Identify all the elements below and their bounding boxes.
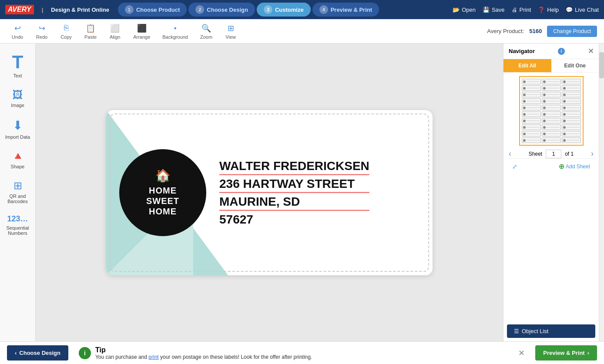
image-icon: 🖼 (13, 89, 23, 101)
sheet-prev-button[interactable]: ‹ (509, 149, 511, 158)
main-layout: T Text 🖼 Image ⬇ Import Data 🔺 Shape ⊞ Q… (0, 43, 604, 341)
label-address[interactable]: WALTER FREDERICKSEN 236 HARTWAY STREET M… (219, 157, 369, 228)
navigator-title: Navigator (509, 48, 535, 54)
preview-row (522, 131, 581, 137)
zoom-button[interactable]: 🔍 Zoom (196, 21, 217, 41)
choose-design-button[interactable]: ‹ Choose Design (7, 345, 68, 361)
bottom-bar: ‹ Choose Design i Tip You can purchase a… (0, 341, 604, 364)
right-panel-container: Navigator i ✕ Edit All Edit One (503, 43, 604, 341)
edit-one-tab[interactable]: Edit One (551, 59, 599, 72)
sequential-icon: 123… (7, 214, 28, 224)
sidebar-item-qr[interactable]: ⊞ QR and Barcodes (0, 175, 35, 208)
add-sheet-plus-icon: ⊕ (559, 162, 564, 170)
sidebar-item-image[interactable]: 🖼 Image (0, 84, 35, 112)
sheet-number-input[interactable] (546, 150, 561, 158)
navigator-preview: ‹ Sheet of 1 › ⤢ ⊕ Add Sheet (503, 73, 599, 321)
undo-button[interactable]: ↩ Undo (7, 21, 28, 41)
paste-icon: 📋 (85, 23, 96, 33)
add-sheet-button[interactable]: ⊕ Add Sheet (559, 162, 590, 170)
tip-content: Tip You can purchase and print your own … (95, 346, 514, 360)
step-customize[interactable]: 3 Customize (257, 3, 311, 17)
nav-actions: 📂 Open 💾 Save 🖨 Print ❓ Help 💬 Live Chat (453, 7, 599, 13)
arrange-button[interactable]: ⬛ Arrange (129, 21, 154, 41)
scrollbar-thumb (599, 52, 604, 78)
preview-row (522, 92, 581, 97)
step-choose-design[interactable]: 2 Choose Design (188, 3, 255, 17)
tip-label: Tip (95, 346, 106, 354)
product-label: Avery Product: (487, 28, 524, 34)
text-icon: T (12, 53, 23, 71)
paste-button[interactable]: 📋 Paste (80, 21, 101, 41)
object-list-button[interactable]: ☰ Object List (507, 324, 595, 338)
product-number: 5160 (529, 28, 542, 34)
app-tagline: Design & Print Online (51, 7, 109, 13)
preview-row (522, 124, 581, 130)
edit-all-tab[interactable]: Edit All (503, 59, 551, 72)
edit-tabs: Edit All Edit One (503, 59, 599, 73)
arrange-icon: ⬛ (137, 23, 147, 33)
right-panel: Navigator i ✕ Edit All Edit One (503, 43, 599, 341)
preview-row (522, 111, 581, 117)
preview-row (522, 85, 581, 91)
preview-row (522, 98, 581, 104)
sheet-preview (519, 76, 584, 146)
navigator-header: Navigator i ✕ (503, 43, 599, 59)
sidebar-item-shape[interactable]: 🔺 Shape (0, 146, 35, 174)
right-scrollbar[interactable] (599, 43, 604, 341)
change-product-button[interactable]: Change Product (547, 26, 597, 37)
save-button[interactable]: 💾 Save (483, 7, 505, 13)
tip-box: i Tip You can purchase and print your ow… (74, 346, 530, 360)
copy-button[interactable]: ⎘ Copy (56, 21, 77, 41)
print-button[interactable]: 🖨 Print (512, 7, 531, 13)
top-nav: AVERY | Design & Print Online 1 Choose P… (0, 0, 604, 19)
navigator-footer: ⤢ ⊕ Add Sheet (507, 158, 595, 174)
zoom-icon: 🔍 (201, 23, 211, 33)
preview-row (522, 105, 581, 110)
import-icon: ⬇ (13, 118, 23, 133)
label-circle[interactable]: 🏠 HOME SWEET HOME (119, 149, 206, 236)
preview-row (522, 118, 581, 124)
address-line-2: 236 HARTWAY STREET (219, 175, 369, 193)
live-chat-button[interactable]: 💬 Live Chat (566, 7, 599, 13)
tip-text: You can purchase and print your own post… (95, 354, 514, 360)
view-button[interactable]: ⊞ View (220, 21, 241, 41)
chevron-right-icon: › (587, 350, 589, 356)
tip-close-button[interactable]: ✕ (518, 348, 525, 358)
background-button[interactable]: ▪ Background (158, 21, 192, 41)
left-sidebar: T Text 🖼 Image ⬇ Import Data 🔺 Shape ⊞ Q… (0, 43, 36, 341)
toolbar-right: Avery Product: 5160 Change Product (487, 26, 597, 37)
shape-icon: 🔺 (11, 150, 24, 162)
step-choose-product[interactable]: 1 Choose Product (118, 3, 187, 17)
address-line-4: 57627 (219, 213, 253, 226)
avery-brand: AVERY (5, 5, 34, 14)
home-icon: 🏠 (155, 168, 171, 183)
navigator-close-button[interactable]: ✕ (588, 47, 594, 55)
align-button[interactable]: ⬜ Align (104, 21, 125, 41)
redo-button[interactable]: ↪ Redo (31, 21, 52, 41)
help-button[interactable]: ❓ Help (538, 7, 559, 13)
open-button[interactable]: 📂 Open (453, 7, 476, 13)
redo-icon: ↪ (37, 23, 47, 33)
navigator-info-icon[interactable]: i (558, 48, 565, 55)
preview-row (522, 137, 581, 143)
toolbar: ↩ Undo ↪ Redo ⎘ Copy 📋 Paste ⬜ Align ⬛ A… (0, 19, 604, 43)
chevron-left-icon: ‹ (15, 350, 17, 356)
avery-logo: AVERY | Design & Print Online (5, 5, 109, 14)
canvas-area[interactable]: 🏠 HOME SWEET HOME WALTER FREDERICKSEN 23… (36, 43, 503, 341)
sheet-next-button[interactable]: › (591, 149, 594, 158)
step-preview-print[interactable]: 4 Preview & Print (312, 3, 379, 17)
sidebar-item-sequential[interactable]: 123… Sequential Numbers (0, 210, 35, 240)
expand-button[interactable]: ⤢ (512, 163, 517, 170)
sheet-nav: Sheet of 1 (529, 150, 574, 158)
label-canvas[interactable]: 🏠 HOME SWEET HOME WALTER FREDERICKSEN 23… (106, 110, 433, 275)
tip-icon: i (79, 347, 91, 359)
circle-text: HOME SWEET HOME (146, 185, 179, 217)
address-line-1: WALTER FREDERICKSEN (219, 157, 369, 175)
background-icon: ▪ (170, 23, 181, 33)
view-icon: ⊞ (225, 23, 236, 33)
list-icon: ☰ (514, 328, 519, 334)
undo-icon: ↩ (12, 23, 23, 33)
preview-print-button[interactable]: Preview & Print › (535, 345, 597, 361)
sidebar-item-text[interactable]: T Text (0, 49, 35, 83)
sidebar-item-import[interactable]: ⬇ Import Data (0, 114, 35, 144)
